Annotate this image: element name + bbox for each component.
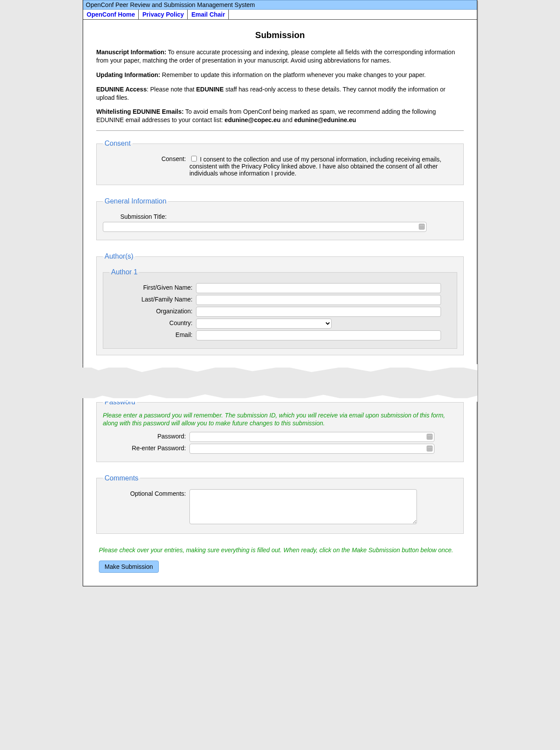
nav-bar: OpenConf Home Privacy Policy Email Chair: [83, 10, 477, 20]
nav-email-chair-link[interactable]: Email Chair: [188, 10, 229, 19]
content-area: Submission Manuscript Information: To en…: [83, 20, 477, 586]
comments-fieldset: Comments Optional Comments:: [96, 474, 464, 534]
author1-legend: Author 1: [109, 268, 139, 276]
autofill-icon[interactable]: [427, 445, 433, 452]
nav-privacy-link[interactable]: Privacy Policy: [139, 10, 188, 19]
authors-fieldset: Author(s) Author 1 First/Given Name: Las…: [96, 252, 464, 355]
author1-org-label: Organization:: [109, 307, 196, 315]
password-fieldset: Password Please enter a password you wil…: [96, 398, 464, 462]
final-hint: Please check over your entries, making s…: [96, 546, 464, 554]
system-title-bar: OpenConf Peer Review and Submission Mana…: [83, 0, 477, 10]
nav-home-link[interactable]: OpenConf Home: [83, 10, 139, 19]
author1-first-input[interactable]: [196, 283, 441, 293]
intro-whitelist-email1: edunine@copec.eu: [224, 116, 280, 123]
authors-legend: Author(s): [103, 252, 135, 260]
password2-label: Re-enter Password:: [103, 444, 189, 452]
comments-legend: Comments: [103, 474, 140, 482]
intro-manuscript-label: Manuscript Information:: [96, 49, 166, 56]
intro-access-label: EDUNINE Access: [96, 86, 147, 93]
intro-access-bold: EDUNINE: [196, 86, 224, 93]
page-title: Submission: [96, 30, 464, 40]
submission-title-input[interactable]: [103, 222, 427, 232]
comments-textarea[interactable]: [189, 489, 417, 524]
intro-whitelist-email2: edunine@edunine.eu: [294, 116, 356, 123]
author1-org-input[interactable]: [196, 307, 441, 317]
consent-fieldset: Consent Consent: I consent to the collec…: [96, 140, 464, 185]
consent-checkbox[interactable]: [191, 156, 197, 161]
make-submission-button[interactable]: Make Submission: [99, 561, 159, 573]
intro-whitelist-and: and: [280, 116, 294, 123]
password-label: Password:: [103, 432, 189, 440]
autofill-icon[interactable]: [419, 224, 425, 230]
intro-updating: Updating Information: Remember to update…: [96, 71, 464, 79]
intro-whitelist-label: Whitelisting EDUNINE Emails:: [96, 108, 184, 115]
page-tear: [83, 368, 477, 398]
submission-title-label: Submission Title:: [103, 212, 176, 220]
consent-label: Consent:: [103, 154, 189, 162]
intro-block: Manuscript Information: To ensure accura…: [96, 48, 464, 124]
intro-whitelist: Whitelisting EDUNINE Emails: To avoid em…: [96, 108, 464, 124]
password-input[interactable]: [189, 432, 434, 442]
author1-last-label: Last/Family Name:: [109, 295, 196, 303]
consent-legend: Consent: [103, 140, 133, 147]
author1-country-label: Country:: [109, 319, 196, 326]
comments-label: Optional Comments:: [103, 489, 189, 497]
general-legend: General Information: [103, 197, 168, 205]
system-title: OpenConf Peer Review and Submission Mana…: [86, 1, 255, 8]
password2-input[interactable]: [189, 444, 434, 454]
author1-last-input[interactable]: [196, 295, 441, 305]
author1-fieldset: Author 1 First/Given Name: Last/Family N…: [103, 268, 457, 349]
intro-updating-label: Updating Information:: [96, 71, 160, 78]
intro-access-text-a: : Please note that: [147, 86, 196, 93]
intro-separator: [96, 130, 464, 131]
general-fieldset: General Information Submission Title:: [96, 197, 464, 240]
autofill-icon[interactable]: [427, 434, 433, 440]
intro-updating-text: Remember to update this information on t…: [160, 71, 426, 78]
author1-email-label: Email:: [109, 330, 196, 338]
author1-email-input[interactable]: [196, 330, 441, 340]
consent-text: I consent to the collection and use of m…: [189, 156, 441, 177]
author1-country-select[interactable]: [196, 319, 332, 329]
intro-access: EDUNINE Access: Please note that EDUNINE…: [96, 85, 464, 102]
password-hint: Please enter a password you will remembe…: [103, 411, 457, 427]
page-frame: OpenConf Peer Review and Submission Mana…: [83, 0, 477, 586]
author1-first-label: First/Given Name:: [109, 283, 196, 291]
intro-manuscript: Manuscript Information: To ensure accura…: [96, 48, 464, 65]
